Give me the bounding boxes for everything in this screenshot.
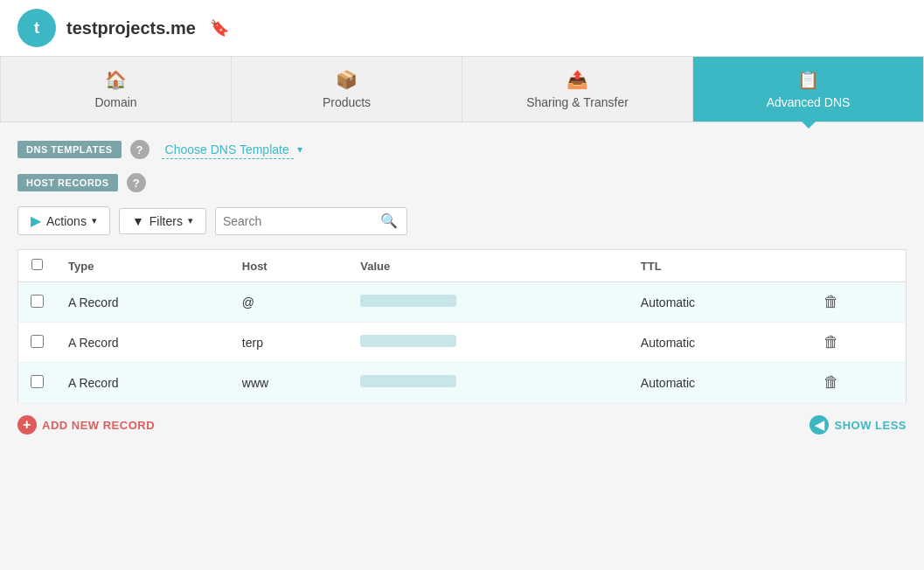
- select-all-checkbox[interactable]: [31, 259, 43, 270]
- row3-value-blurred: [360, 375, 456, 387]
- nav-tabs: 🏠 Domain 📦 Products 📤 Sharing & Transfer…: [0, 57, 924, 122]
- show-less-button[interactable]: ◀ SHOW LESS: [809, 415, 907, 434]
- row1-host: @: [230, 282, 349, 323]
- dns-template-dropdown-wrapper: Choose DNS Template ▾: [162, 141, 302, 159]
- site-logo: t: [17, 9, 56, 47]
- row3-delete-button[interactable]: 🗑: [823, 373, 839, 392]
- search-box: 🔍: [215, 207, 407, 235]
- sharing-icon: 📤: [566, 69, 588, 90]
- row2-delete-button[interactable]: 🗑: [823, 333, 839, 351]
- row1-ttl: Automatic: [629, 282, 812, 323]
- row1-checkbox-cell: [18, 282, 57, 323]
- row3-checkbox-cell: [18, 363, 57, 403]
- search-input[interactable]: [223, 214, 380, 228]
- row3-delete-cell: 🗑: [811, 363, 906, 403]
- row3-host: www: [230, 363, 349, 403]
- row2-value: [348, 323, 629, 363]
- host-records-label: HOST RECORDS: [17, 174, 118, 191]
- host-records-help[interactable]: ?: [127, 173, 146, 192]
- col-host: Host: [230, 250, 349, 282]
- row1-value: [348, 282, 629, 323]
- play-icon: ▶: [31, 212, 41, 229]
- col-actions: [811, 250, 906, 282]
- site-name: testprojects.me: [66, 18, 196, 38]
- filters-caret-icon: ▾: [188, 215, 193, 226]
- row2-ttl: Automatic: [629, 323, 812, 363]
- advanced-dns-icon: 📋: [797, 69, 819, 90]
- footer-bar: + ADD NEW RECORD ◀ SHOW LESS: [17, 403, 907, 438]
- table-row: A Record terp Automatic 🗑: [18, 323, 907, 363]
- products-icon: 📦: [336, 69, 358, 90]
- row2-checkbox-cell: [18, 323, 57, 363]
- row2-type: A Record: [56, 323, 230, 363]
- actions-button[interactable]: ▶ Actions ▾: [17, 206, 110, 235]
- actions-caret-icon: ▾: [92, 215, 97, 226]
- bookmark-icon[interactable]: 🔖: [210, 18, 229, 38]
- tab-products[interactable]: 📦 Products: [232, 57, 462, 122]
- row1-delete-cell: 🗑: [811, 282, 906, 323]
- dns-templates-section: DNS TEMPLATES ? Choose DNS Template ▾: [17, 140, 907, 159]
- dns-templates-help[interactable]: ?: [130, 140, 149, 159]
- dns-templates-label: DNS TEMPLATES: [17, 141, 122, 158]
- content-area: DNS TEMPLATES ? Choose DNS Template ▾ HO…: [0, 122, 924, 525]
- top-header: t testprojects.me 🔖: [0, 0, 924, 57]
- row1-type: A Record: [56, 282, 230, 323]
- filter-icon: ▼: [132, 214, 144, 228]
- domain-icon: 🏠: [105, 69, 127, 90]
- col-ttl: TTL: [629, 250, 812, 282]
- row3-checkbox[interactable]: [31, 375, 44, 388]
- filters-button[interactable]: ▼ Filters ▾: [119, 208, 206, 234]
- row3-type: A Record: [56, 363, 230, 403]
- table-row: A Record @ Automatic 🗑: [18, 282, 907, 323]
- add-new-record-button[interactable]: + ADD NEW RECORD: [17, 415, 155, 434]
- row3-value: [348, 363, 629, 403]
- host-records-section: HOST RECORDS ?: [17, 173, 907, 192]
- col-checkbox: [18, 250, 57, 282]
- row1-checkbox[interactable]: [31, 295, 44, 308]
- table-row: A Record www Automatic 🗑: [18, 363, 907, 403]
- tab-advanced-dns[interactable]: 📋 Advanced DNS: [693, 57, 924, 122]
- table-header-row: Type Host Value TTL: [18, 250, 907, 282]
- row3-ttl: Automatic: [629, 363, 812, 403]
- row2-host: terp: [230, 323, 349, 363]
- row2-checkbox[interactable]: [31, 335, 44, 348]
- col-value: Value: [348, 250, 629, 282]
- row1-delete-button[interactable]: 🗑: [823, 293, 839, 311]
- show-less-icon: ◀: [809, 415, 829, 434]
- plus-circle-icon: +: [17, 415, 37, 434]
- toolbar: ▶ Actions ▾ ▼ Filters ▾ 🔍: [17, 206, 907, 235]
- row2-delete-cell: 🗑: [811, 323, 906, 363]
- row2-value-blurred: [360, 335, 456, 347]
- dropdown-arrow-icon: ▾: [297, 143, 302, 156]
- dns-template-select[interactable]: Choose DNS Template: [162, 141, 294, 159]
- tab-sharing[interactable]: 📤 Sharing & Transfer: [462, 57, 693, 122]
- search-icon[interactable]: 🔍: [380, 212, 398, 229]
- tab-domain[interactable]: 🏠 Domain: [0, 57, 232, 122]
- col-type: Type: [56, 250, 230, 282]
- host-records-table: Type Host Value TTL A Record @: [17, 249, 907, 403]
- row1-value-blurred: [360, 295, 456, 307]
